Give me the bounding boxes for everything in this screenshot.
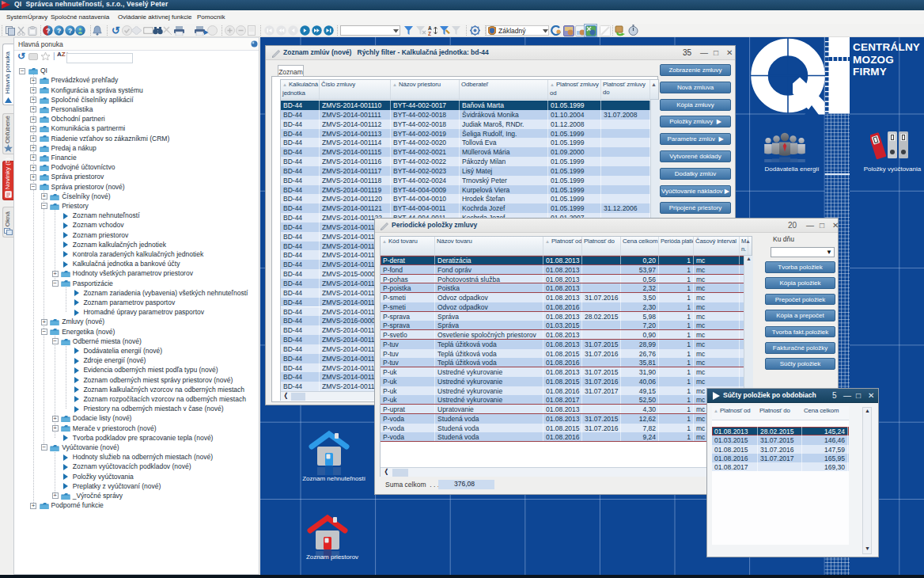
svg-text:?: ? (68, 27, 72, 35)
svg-text:?: ? (46, 27, 50, 35)
svg-text:?: ? (57, 27, 61, 35)
svg-text:Z: Z (428, 31, 431, 36)
